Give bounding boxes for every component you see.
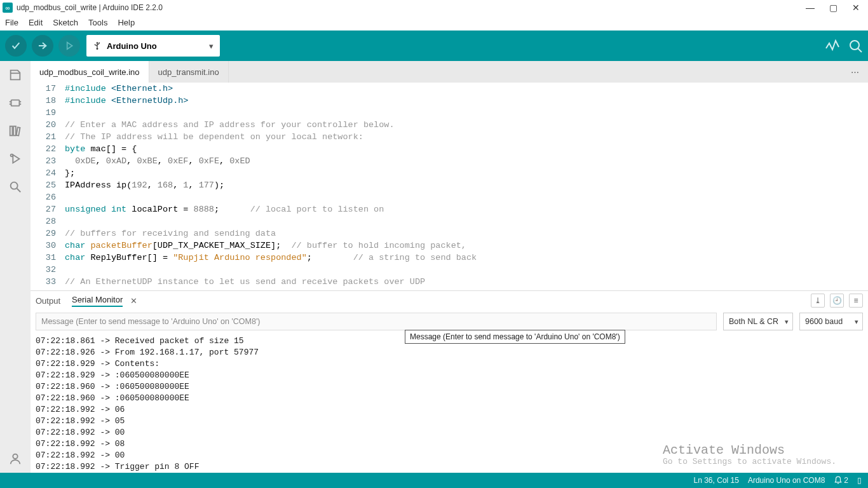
account-icon[interactable] (8, 451, 23, 466)
watermark-title: Activate Windows (663, 445, 836, 456)
boards-manager-icon[interactable] (8, 95, 23, 111)
menu-bar: FileEditSketchToolsHelp (0, 15, 868, 30)
svg-point-6 (95, 44, 96, 45)
svg-rect-3 (97, 43, 97, 48)
svg-point-21 (13, 454, 17, 459)
menu-sketch[interactable]: Sketch (53, 18, 78, 27)
serial-message-placeholder: Message (Enter to send message to 'Ardui… (41, 317, 260, 326)
board-port-status[interactable]: Arduino Uno on COM8 (748, 476, 825, 485)
svg-rect-14 (10, 126, 13, 136)
baud-rate-select[interactable]: 9600 baud (799, 313, 863, 330)
serial-plotter-icon[interactable] (825, 38, 840, 53)
menu-tools[interactable]: Tools (88, 18, 107, 27)
editor-tab[interactable]: udp_transmit.ino (149, 61, 229, 83)
svg-rect-15 (13, 126, 16, 136)
sketchbook-icon[interactable] (8, 67, 23, 83)
notification-count: 2 (844, 476, 848, 485)
debug-sidebar-icon[interactable] (8, 151, 23, 166)
close-panel-icon[interactable]: ▯ (857, 476, 862, 485)
output-tab[interactable]: Output (36, 296, 60, 306)
clear-output-button[interactable]: ≡ (849, 294, 863, 308)
serial-line: 07:22:18.992 -> 06 (36, 404, 863, 416)
cursor-position: Ln 36, Col 15 (694, 476, 739, 485)
close-panel-tab-icon[interactable]: ✕ (130, 296, 137, 306)
window-titlebar: ∞ udp_modbus_coil_write | Arduino IDE 2.… (0, 0, 868, 15)
svg-rect-9 (11, 100, 20, 105)
search-icon[interactable] (8, 179, 23, 194)
window-close-button[interactable]: ✕ (851, 3, 860, 12)
svg-rect-5 (98, 43, 100, 44)
editor-tabs: udp_modbus_coil_write.inoudp_transmit.in… (31, 61, 868, 83)
board-name: Arduino Uno (107, 41, 157, 51)
window-minimize-button[interactable]: — (806, 3, 815, 12)
serial-line: 07:22:18.960 -> :060500080000EE (36, 381, 863, 393)
svg-marker-17 (13, 155, 19, 163)
serial-monitor-tab[interactable]: Serial Monitor (72, 295, 123, 307)
toolbar: Arduino Uno ▾ (0, 30, 868, 61)
app-logo-icon: ∞ (3, 3, 13, 13)
serial-line: 07:22:18.929 -> Contents: (36, 358, 863, 370)
menu-help[interactable]: Help (118, 18, 135, 27)
svg-line-8 (858, 48, 862, 52)
serial-line: 07:22:18.992 -> 05 (36, 416, 863, 427)
svg-rect-16 (17, 127, 20, 135)
code-editor[interactable]: 17#include <Ethernet.h>18#include <Ether… (31, 83, 868, 290)
menu-edit[interactable]: Edit (29, 18, 43, 27)
svg-line-20 (17, 189, 21, 193)
verify-button[interactable] (5, 35, 27, 57)
tabs-overflow-button[interactable]: ⋯ (842, 61, 868, 83)
svg-point-7 (850, 41, 859, 50)
svg-point-18 (11, 154, 13, 157)
upload-button[interactable] (32, 35, 53, 57)
debug-button[interactable] (58, 35, 80, 57)
left-sidebar (0, 61, 31, 473)
usb-icon (93, 41, 102, 50)
notifications-button[interactable]: 2 (834, 476, 848, 485)
svg-point-4 (97, 48, 98, 50)
serial-line: 07:22:18.929 -> :060500080000EE (36, 370, 863, 381)
watermark-sub: Go to Settings to activate Windows. (663, 456, 836, 468)
serial-output[interactable]: 07:22:18.861 -> Received packet of size … (31, 334, 868, 473)
bottom-panel: Output Serial Monitor ✕ ⤓ 🕘 ≡ Message (E… (31, 290, 868, 473)
menu-file[interactable]: File (5, 18, 18, 27)
library-manager-icon[interactable] (8, 123, 23, 139)
svg-point-19 (11, 182, 18, 189)
windows-activation-watermark: Activate Windows Go to Settings to activ… (663, 445, 836, 468)
line-ending-select[interactable]: Both NL & CR (723, 313, 793, 330)
serial-monitor-icon[interactable] (848, 38, 863, 53)
editor-tab[interactable]: udp_modbus_coil_write.ino (31, 61, 149, 83)
serial-line: 07:22:18.960 -> :060500080000EE (36, 393, 863, 404)
toggle-autoscroll-button[interactable]: ⤓ (811, 294, 825, 308)
board-selector[interactable]: Arduino Uno ▾ (86, 35, 220, 57)
window-title: udp_modbus_coil_write | Arduino IDE 2.2.… (17, 3, 806, 12)
svg-marker-1 (67, 43, 72, 50)
status-bar: Ln 36, Col 15 Arduino Uno on COM8 2 ▯ (0, 473, 868, 488)
window-maximize-button[interactable]: ▢ (829, 3, 837, 12)
toggle-timestamp-button[interactable]: 🕘 (830, 294, 844, 308)
serial-line: 07:22:18.926 -> From 192.168.1.17, port … (36, 347, 863, 358)
input-tooltip: Message (Enter to send message to 'Ardui… (405, 330, 625, 344)
serial-message-input[interactable]: Message (Enter to send message to 'Ardui… (36, 313, 717, 330)
chevron-down-icon: ▾ (209, 41, 214, 51)
serial-line: 07:22:18.992 -> 00 (36, 427, 863, 438)
